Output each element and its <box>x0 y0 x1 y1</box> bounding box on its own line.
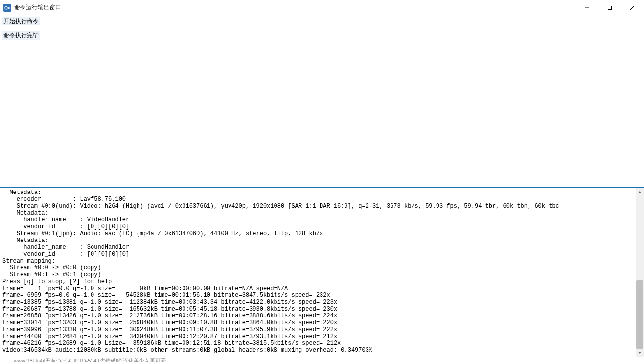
vertical-scrollbar[interactable] <box>636 188 644 357</box>
title-left: Qc 命令运行输出窗口 <box>0 3 61 12</box>
maximize-icon <box>607 5 612 10</box>
scroll-thumb[interactable] <box>636 280 643 349</box>
window-controls <box>576 0 644 15</box>
app-window: Qc 命令运行输出窗口 开始执行命令 命令执行完毕 Metadata: enco… <box>0 0 644 357</box>
minimize-button[interactable] <box>576 0 598 15</box>
taskbar-fragment: www.98t.la@天海つばさ IPTD-514 [先锋破解]汉化美少女再可爱 <box>0 357 644 362</box>
close-icon <box>630 5 635 10</box>
chevron-up-icon <box>638 190 642 194</box>
log-output[interactable]: Metadata: encoder : Lavf58.76.100 Stream… <box>0 188 636 357</box>
svg-marker-5 <box>638 352 641 354</box>
maximize-button[interactable] <box>598 0 621 15</box>
window-title: 命令运行输出窗口 <box>14 3 61 12</box>
svg-rect-1 <box>608 6 612 9</box>
log-pane-wrap: Metadata: encoder : Lavf58.76.100 Stream… <box>0 188 644 357</box>
close-button[interactable] <box>621 0 644 15</box>
scroll-up-button[interactable] <box>636 188 644 196</box>
minimize-icon <box>585 5 590 10</box>
scroll-track[interactable] <box>636 196 644 349</box>
titlebar: Qc 命令运行输出窗口 <box>0 0 644 15</box>
chevron-down-icon <box>638 351 642 355</box>
svg-marker-4 <box>638 191 641 193</box>
scroll-down-button[interactable] <box>636 349 644 357</box>
app-icon: Qc <box>3 4 11 12</box>
status-pane: 开始执行命令 命令执行完毕 <box>0 15 644 187</box>
status-done: 命令执行完毕 <box>2 31 40 40</box>
status-start: 开始执行命令 <box>2 17 40 25</box>
